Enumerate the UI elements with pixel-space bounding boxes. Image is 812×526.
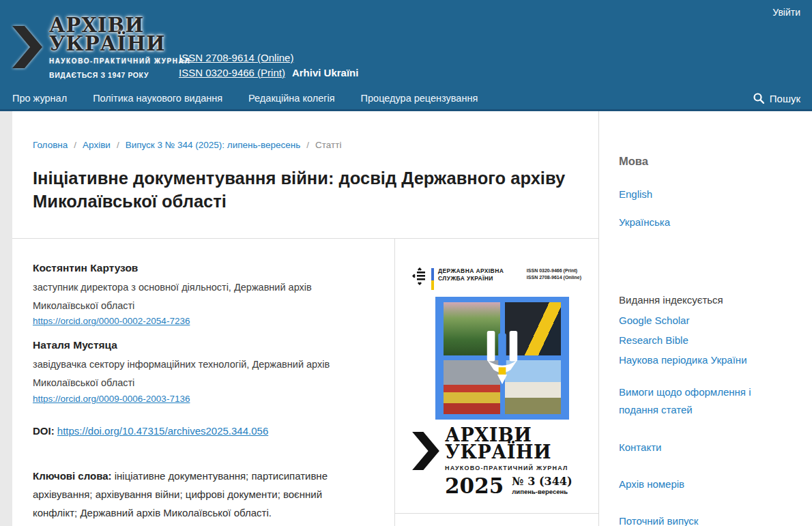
archive-service-title: ДЕРЖАВНА АРХІВНА СЛУЖБА УКРАЇНИ	[438, 267, 504, 282]
indexing-naukova-periodyka-link[interactable]: Наукова періодика України	[619, 354, 805, 366]
breadcrumb: Головна/Архіви/Випуск 3 № 344 (2025): ли…	[33, 140, 578, 150]
issue-cover[interactable]: ДЕРЖАВНА АРХІВНА СЛУЖБА УКРАЇНИ ISSN 032…	[412, 267, 581, 497]
indexing-research-bible-link[interactable]: Research Bible	[619, 334, 805, 346]
logo-since: ВИДАЄТЬСЯ З 1947 РОКУ	[49, 71, 190, 79]
author-block: Костянтин Картузов заступник директора з…	[33, 262, 367, 327]
author-affiliation: заступник директора з основної діяльност…	[33, 278, 367, 315]
alt-journal-title: Arhivi Ukraïni	[292, 67, 359, 78]
cover-column: ДЕРЖАВНА АРХІВНА СЛУЖБА УКРАЇНИ ISSN 032…	[394, 239, 598, 526]
cover-period: липень-вересень	[512, 488, 572, 495]
cover-photo-collage	[435, 297, 569, 420]
orcid-link[interactable]: https://orcid.org/0000-0002-2054-7236	[33, 316, 190, 326]
breadcrumb-archives[interactable]: Архіви	[83, 140, 111, 150]
sidebar: Мова English Українська Видання індексує…	[599, 111, 812, 526]
doi-link[interactable]: https://doi.org/10.47315/archives2025.34…	[57, 425, 268, 437]
cover-masthead: ДЕРЖАВНА АРХІВНА СЛУЖБА УКРАЇНИ ISSN 032…	[412, 267, 581, 290]
language-english-link[interactable]: English	[619, 186, 805, 203]
cover-issn: ISSN 0320-9466 (Print) ISSN 2708-9614 (O…	[527, 267, 581, 282]
cover-chevron-icon	[412, 432, 439, 470]
chevron-logo-icon	[12, 26, 42, 68]
nav-editorial-policy[interactable]: Політика наукового видання	[93, 93, 222, 104]
search-label: Пошук	[770, 93, 800, 104]
sidebar-spacer	[619, 241, 805, 294]
nav-review-procedure[interactable]: Процедура рецензування	[361, 93, 478, 104]
author-name: Костянтин Картузов	[33, 262, 367, 274]
main-content: Головна/Архіви/Випуск 3 № 344 (2025): ли…	[12, 111, 599, 526]
page-container: Головна/Архіви/Випуск 3 № 344 (2025): ли…	[12, 111, 812, 526]
orcid-link[interactable]: https://orcid.org/0009-0006-2003-7136	[33, 394, 190, 404]
cover-year: 2025	[445, 476, 504, 497]
keywords-block: Ключові слова: ініціативне документуванн…	[33, 467, 367, 522]
search-button[interactable]: Пошук	[753, 93, 800, 104]
issn-online-link[interactable]: ISSN 2708-9614 (Online)	[179, 52, 293, 63]
breadcrumb-issue[interactable]: Випуск 3 № 344 (2025): липень-вересень	[126, 140, 301, 150]
search-icon	[753, 93, 764, 104]
author-affiliation: завідувачка сектору інформаційних технол…	[33, 355, 367, 392]
archive-service-icon	[412, 267, 427, 285]
breadcrumb-current: Статті	[315, 140, 341, 150]
cover-subtitle: НАУКОВО-ПРАКТИЧНИЙ ЖУРНАЛ	[445, 465, 572, 471]
logo-title-line2: УКРАЇНИ	[49, 35, 190, 53]
article-meta: Костянтин Картузов заступник директора з…	[12, 239, 394, 526]
current-issue-link[interactable]: Поточний випуск	[619, 512, 762, 526]
blue-yellow-bar	[431, 268, 434, 290]
nav-editorial-board[interactable]: Редакційна колегія	[248, 93, 335, 104]
article-title: Ініціативне документування війни: досвід…	[33, 166, 578, 238]
doi-label: DOI:	[33, 425, 55, 437]
author-block: Наталя Мустяца завідувачка сектору інфор…	[33, 339, 367, 405]
nav-about-journal[interactable]: Про журнал	[12, 93, 67, 104]
contacts-link[interactable]: Контакти	[619, 439, 762, 456]
language-heading: Мова	[619, 155, 805, 168]
primary-nav: Про журнал Політика наукового видання Ре…	[0, 87, 812, 111]
author-name: Наталя Мустяца	[33, 339, 367, 351]
cover-issue-number: № 3 (344)	[512, 476, 572, 488]
journal-logo[interactable]: АРХІВИ УКРАЇНИ НАУКОВО-ПРАКТИЧНИЙ ЖУРНАЛ…	[12, 16, 190, 79]
issn-print-link[interactable]: ISSN 0320-9466 (Print)	[179, 67, 285, 78]
breadcrumb-home[interactable]: Головна	[33, 140, 68, 150]
language-ukrainian-link[interactable]: Українська	[619, 214, 805, 231]
doi-row: DOI: https://doi.org/10.47315/archives20…	[33, 425, 367, 437]
indexing-heading: Видання індексується	[619, 294, 805, 306]
issue-archive-link[interactable]: Архів номерів	[619, 476, 762, 493]
article-body: Костянтин Картузов заступник директора з…	[12, 239, 598, 526]
article-header: Головна/Архіви/Випуск 3 № 344 (2025): ли…	[12, 111, 598, 239]
site-header: Увійти АРХІВИ УКРАЇНИ НАУКОВО-ПРАКТИЧНИЙ…	[0, 0, 812, 87]
issn-block: ISSN 2708-9614 (Online) ISSN 0320-9466 (…	[179, 50, 358, 81]
cover-journal-logo: АРХІВИ УКРАЇНИ НАУКОВО-ПРАКТИЧНИЙ ЖУРНАЛ…	[412, 426, 581, 497]
indexing-google-scholar-link[interactable]: Google Scholar	[619, 315, 805, 326]
cover-section-divider	[395, 513, 598, 514]
cover-title-line2: УКРАЇНИ	[445, 443, 572, 461]
trident-icon	[484, 331, 521, 385]
logo-subtitle: НАУКОВО-ПРАКТИЧНИЙ ЖУРНАЛ	[49, 57, 190, 65]
login-link[interactable]: Увійти	[772, 7, 800, 18]
submission-requirements-link[interactable]: Вимоги щодо оформлення і подання статей	[619, 383, 762, 420]
keywords-label: Ключові слова:	[33, 470, 112, 482]
